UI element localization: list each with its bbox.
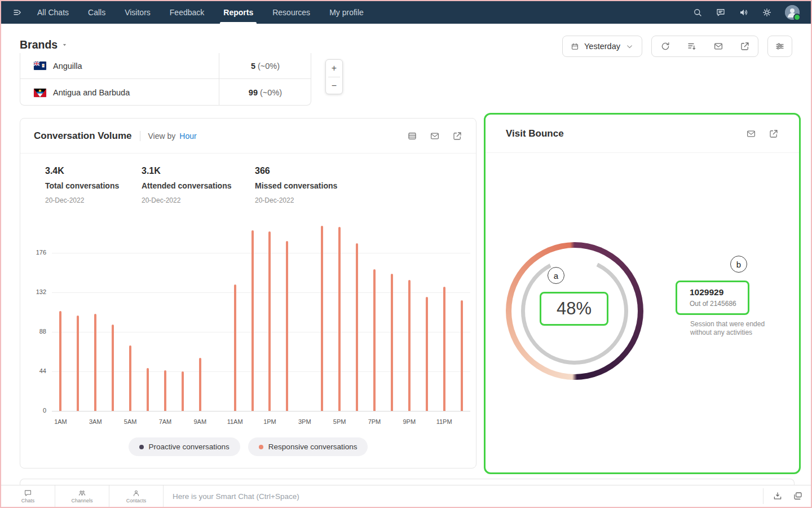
- bar-10PM: [426, 297, 428, 411]
- page-title-text: Brands: [20, 38, 58, 51]
- filter-button[interactable]: [678, 36, 705, 56]
- bar-5PM: [338, 227, 341, 411]
- x-axis-label: 1PM: [257, 418, 282, 425]
- bar-8AM: [182, 371, 184, 411]
- date-filter-value: Yesterday: [584, 42, 620, 51]
- x-axis-label: 7PM: [362, 418, 387, 425]
- bottom-tab-contacts[interactable]: Contacts: [109, 485, 164, 507]
- stat-label: Missed conversations: [255, 181, 337, 190]
- sidebar-toggle-icon[interactable]: [12, 7, 23, 17]
- tab-label: Contacts: [126, 498, 147, 503]
- online-status-dot: [793, 14, 801, 21]
- bar-2PM: [286, 241, 288, 411]
- header-controls: Yesterday: [562, 36, 792, 57]
- gridline: [52, 292, 470, 293]
- bottom-tab-channels[interactable]: Channels: [55, 485, 109, 507]
- import-tray-icon[interactable]: [773, 491, 783, 501]
- conversation-volume-card: Conversation Volume View by Hour 3.4K To…: [20, 118, 476, 468]
- search-icon[interactable]: [692, 7, 703, 17]
- bar-3AM: [94, 314, 96, 411]
- speaker-icon[interactable]: [739, 7, 749, 17]
- bottom-tab-chats[interactable]: Chats: [1, 485, 55, 507]
- feedback-chat-icon[interactable]: [716, 7, 726, 17]
- bar-8PM: [391, 274, 393, 411]
- stat-label: Total conversations: [45, 181, 119, 190]
- gridline: [52, 411, 470, 411]
- view-by-hour-link[interactable]: Hour: [179, 132, 196, 141]
- divider: [140, 131, 140, 141]
- legend-responsive-conversations[interactable]: Responsive conversations: [248, 437, 368, 456]
- date-filter-button[interactable]: Yesterday: [562, 36, 642, 57]
- visit-percent: (~0%): [255, 62, 280, 71]
- gridline: [52, 253, 470, 253]
- stat-value: 3.4K: [45, 166, 119, 176]
- smart-chat-input[interactable]: [164, 488, 763, 505]
- report-actions-group: [651, 36, 758, 57]
- export-button[interactable]: [731, 36, 758, 56]
- email-report-button[interactable]: [705, 36, 731, 56]
- x-axis-label: 1AM: [48, 418, 73, 425]
- nav-resources[interactable]: Resources: [272, 1, 310, 24]
- table-view-icon[interactable]: [407, 131, 417, 141]
- stat-value: 3.1K: [142, 166, 231, 176]
- chat-windows-icon[interactable]: [793, 491, 803, 501]
- nav-visitors[interactable]: Visitors: [125, 1, 151, 24]
- x-axis-label: 11AM: [223, 418, 248, 425]
- x-axis-label: 3PM: [292, 418, 317, 425]
- y-axis-label: 176: [26, 249, 46, 256]
- calendar-icon: [571, 42, 579, 51]
- y-axis-label: 0: [26, 407, 46, 414]
- tab-label: Channels: [71, 498, 92, 503]
- table-row[interactable]: Anguilla 5 (~0%): [20, 53, 311, 79]
- bottom-right-icons: [763, 488, 811, 504]
- nav-all-chats[interactable]: All Chats: [37, 1, 69, 24]
- annotation-b: b: [730, 256, 747, 273]
- bar-12AM: [461, 300, 463, 411]
- zoom-out-button[interactable]: −: [326, 77, 342, 94]
- stat-value: 366: [255, 166, 337, 176]
- zoom-in-button[interactable]: +: [326, 60, 342, 77]
- top-navbar: All Chats Calls Visitors Feedback Report…: [1, 1, 811, 24]
- table-row[interactable]: Antigua and Barbuda 99 (~0%): [20, 80, 311, 106]
- stat-attended-conversations: 3.1K Attended conversations 20-Dec-2022: [142, 166, 231, 204]
- stat-total-conversations: 3.4K Total conversations 20-Dec-2022: [45, 166, 119, 204]
- chevron-down-icon: [61, 42, 68, 47]
- tab-label: Chats: [21, 498, 35, 503]
- chart-legend: Proactive conversations Responsive conve…: [20, 437, 476, 456]
- page-title[interactable]: Brands: [20, 38, 68, 51]
- map-zoom-control: + −: [325, 59, 343, 94]
- y-axis-label: 44: [26, 367, 46, 374]
- annotation-a: a: [548, 267, 564, 284]
- export-icon[interactable]: [452, 131, 462, 141]
- bar-11PM: [443, 287, 445, 411]
- country-name: Antigua and Barbuda: [53, 88, 130, 97]
- bar-4PM: [321, 226, 323, 411]
- x-axis-label: 7AM: [153, 418, 178, 425]
- email-icon[interactable]: [746, 129, 756, 139]
- export-icon[interactable]: [769, 129, 779, 139]
- nav-reports[interactable]: Reports: [223, 1, 253, 24]
- nav-my-profile[interactable]: My profile: [329, 1, 364, 24]
- x-axis-label: 3AM: [83, 418, 108, 425]
- legend-label: Proactive conversations: [149, 443, 230, 451]
- legend-dot: [139, 445, 144, 449]
- bar-5AM: [129, 345, 131, 411]
- view-by-label: View by: [148, 132, 176, 141]
- card-title: Conversation Volume: [34, 130, 132, 142]
- country-name: Anguilla: [53, 62, 82, 71]
- customize-sliders-button[interactable]: [767, 36, 792, 57]
- refresh-button[interactable]: [652, 36, 678, 56]
- email-icon[interactable]: [430, 131, 440, 141]
- stat-missed-conversations: 366 Missed conversations 20-Dec-2022: [255, 166, 337, 204]
- bounce-caption: Session that were ended without any acti…: [690, 320, 776, 337]
- nav-right-icons: [692, 5, 800, 20]
- user-avatar[interactable]: [785, 5, 800, 20]
- gear-icon[interactable]: [762, 7, 772, 17]
- country-visits-table: Anguilla 5 (~0%) Antigua and Barbuda 99 …: [20, 53, 311, 106]
- legend-proactive-conversations[interactable]: Proactive conversations: [129, 437, 240, 456]
- nav-feedback[interactable]: Feedback: [170, 1, 204, 24]
- card-header-icons: [746, 129, 779, 139]
- bounce-count-box: 1029929 Out of 2145686: [676, 281, 749, 315]
- nav-calls[interactable]: Calls: [88, 1, 105, 24]
- bar-4AM: [112, 325, 114, 411]
